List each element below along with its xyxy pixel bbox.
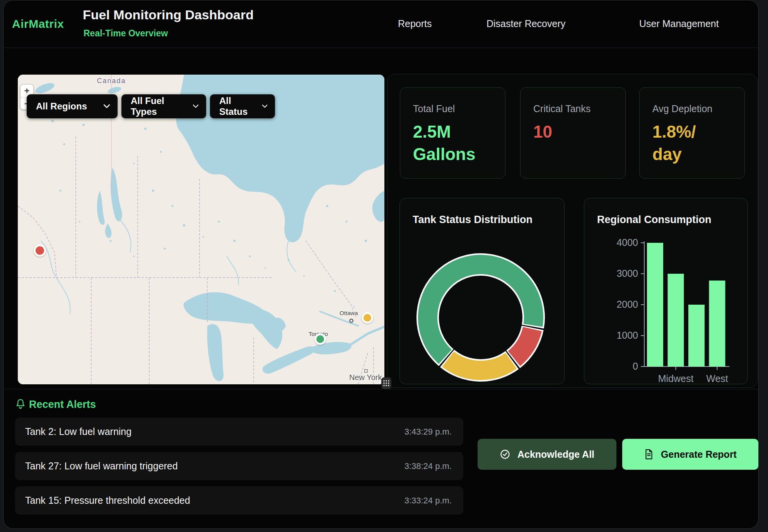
alert-message: Tank 15: Pressure threshold exceeded	[25, 495, 190, 506]
chevron-down-icon	[262, 104, 267, 108]
stat-value: 2.5MGallons	[413, 121, 497, 165]
nav-disaster-recovery[interactable]: Disaster Recovery	[486, 18, 565, 29]
stat-label: Avg Depletion	[652, 103, 737, 114]
svg-text:2000: 2000	[616, 299, 638, 310]
metrics-panel: Total Fuel 2.5MGallons Critical Tanks 10…	[387, 74, 758, 388]
alert-row: Tank 27: Low fuel warning triggered 3:38…	[15, 452, 463, 480]
svg-text:West: West	[706, 373, 728, 384]
alert-time: 3:43:29 p.m.	[404, 427, 452, 437]
stat-card-avg-depletion: Avg Depletion 1.8%/day	[639, 87, 745, 179]
alerts-section-divider	[3, 389, 758, 389]
svg-text:4000: 4000	[616, 237, 638, 248]
alert-row: Tank 15: Pressure threshold exceeded 3:3…	[15, 486, 463, 515]
map-label-canada: Canada	[97, 77, 126, 85]
page-title: Fuel Monitoring Dashboard	[83, 7, 254, 22]
dashboard-page: AirMatrix Fuel Monitoring Dashboard Real…	[0, 0, 768, 532]
acknowledge-all-label: Acknowledge All	[517, 449, 594, 460]
alert-row: Tank 2: Low fuel warning 3:43:29 p.m.	[15, 418, 463, 446]
map-label-ottawa: Ottawa	[340, 310, 358, 316]
chart-title: Tank Status Distribution	[413, 214, 532, 226]
map-label-new-york: New York	[349, 373, 382, 382]
document-icon	[644, 449, 654, 460]
nav-reports[interactable]: Reports	[398, 18, 432, 29]
svg-text:3000: 3000	[616, 268, 638, 279]
stat-label: Total Fuel	[413, 103, 497, 114]
chevron-down-icon	[104, 104, 110, 108]
nav-user-management[interactable]: User Management	[639, 18, 719, 29]
alert-message: Tank 27: Low fuel warning triggered	[25, 460, 178, 472]
status-filter-value: All Status	[219, 95, 255, 117]
stat-card-critical-tanks: Critical Tanks 10	[520, 87, 626, 179]
stat-card-total-fuel: Total Fuel 2.5MGallons	[400, 87, 505, 179]
stat-value: 10	[533, 121, 618, 143]
region-filter-value: All Regions	[36, 101, 87, 112]
brand-logo: AirMatrix	[12, 17, 64, 31]
new-york-town-square-icon	[364, 369, 368, 373]
resize-grip-icon[interactable]	[381, 377, 391, 389]
alerts-title: Recent Alerts	[29, 399, 96, 411]
ottawa-town-dot-icon	[349, 319, 353, 323]
header: AirMatrix Fuel Monitoring Dashboard Real…	[3, 0, 758, 48]
stat-label: Critical Tanks	[533, 103, 618, 114]
alert-time: 3:33:24 p.m.	[404, 496, 452, 506]
svg-text:Midwest: Midwest	[658, 373, 694, 384]
generate-report-label: Generate Report	[661, 449, 737, 460]
generate-report-button[interactable]: Generate Report	[622, 439, 758, 470]
map-filters: All Regions All Fuel Types All Status	[27, 94, 275, 118]
map[interactable]: Canada Ottawa Toronto New York + − All R…	[18, 75, 384, 384]
tank-marker-normal[interactable]	[314, 333, 326, 345]
bell-icon	[15, 399, 26, 412]
svg-text:1000: 1000	[616, 330, 638, 341]
page-subtitle: Real-Time Overview	[84, 28, 168, 39]
alert-time: 3:38:24 p.m.	[404, 461, 452, 471]
svg-text:0: 0	[633, 361, 638, 372]
region-filter-select[interactable]: All Regions	[27, 94, 118, 118]
tank-status-donut-chart	[400, 198, 565, 384]
tank-status-distribution-card: Tank Status Distribution	[399, 198, 565, 384]
main-shell: AirMatrix Fuel Monitoring Dashboard Real…	[3, 0, 759, 529]
alert-message: Tank 2: Low fuel warning	[25, 426, 131, 437]
tank-marker-warning[interactable]	[362, 312, 373, 324]
check-circle-icon	[500, 449, 510, 460]
chevron-down-icon	[193, 104, 198, 108]
map-artwork	[18, 75, 384, 384]
regional-consumption-bar-chart: 01000200030004000MidwestWest	[584, 198, 748, 384]
fuel-type-filter-value: All Fuel Types	[131, 95, 186, 117]
tank-marker-critical[interactable]	[34, 244, 46, 257]
fuel-type-filter-select[interactable]: All Fuel Types	[121, 94, 206, 118]
acknowledge-all-button[interactable]: Acknowledge All	[478, 439, 616, 470]
chart-title: Regional Consumption	[597, 214, 711, 226]
status-filter-select[interactable]: All Status	[210, 94, 275, 118]
stat-value: 1.8%/day	[652, 121, 737, 165]
regional-consumption-card: 01000200030004000MidwestWest Regional Co…	[584, 198, 748, 384]
